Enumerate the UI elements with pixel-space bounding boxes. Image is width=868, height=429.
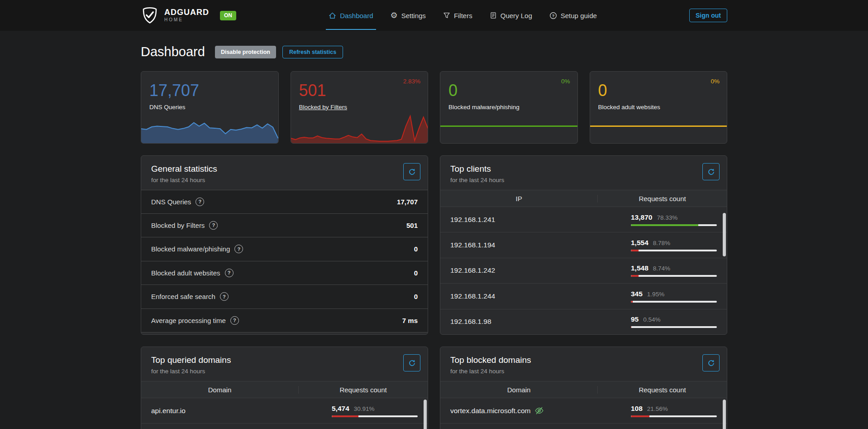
progress-bar <box>631 415 717 417</box>
top-blocked-header: Top blocked domains for the last 24 hour… <box>440 347 727 381</box>
request-percent: 0.54% <box>643 316 660 323</box>
table-row: 192.168.1.24113,87078.33% <box>440 207 727 232</box>
request-count: 1,548 <box>631 264 649 272</box>
table-row <box>440 424 727 429</box>
refresh-icon <box>408 359 416 367</box>
nav-item-label: Filters <box>454 12 472 19</box>
request-count: 13,870 <box>631 213 652 222</box>
stats-row: Average processing time?7 ms <box>141 309 428 333</box>
blocked-malware-value: 0 <box>448 82 569 100</box>
table-row: vortex.data.microsoft.com 10821.56% <box>440 398 727 424</box>
progress-bar <box>631 301 717 303</box>
refresh-button[interactable] <box>403 354 420 371</box>
stats-row-value: 501 <box>406 222 418 229</box>
request-count: 108 <box>631 405 643 413</box>
brand-subtitle: HOME <box>164 18 209 23</box>
stats-row-value: 17,707 <box>397 198 418 206</box>
blocked-filters-sparkline <box>291 111 428 143</box>
stats-row: Blocked malware/phishing?0 <box>141 237 428 261</box>
request-count: 95 <box>631 315 639 323</box>
table-header: Domain Requests count <box>141 381 428 398</box>
request-percent: 1.95% <box>647 291 664 298</box>
blocked-filters-value: 501 <box>299 82 420 100</box>
eye-off-icon[interactable] <box>534 406 544 415</box>
stats-row-value: 0 <box>414 293 418 300</box>
client-ip[interactable]: 192.168.1.241 <box>440 216 598 224</box>
refresh-button[interactable] <box>702 354 720 371</box>
stats-row-label: Average processing time <box>151 317 226 324</box>
column-header-requests: Requests count <box>598 195 727 202</box>
home-icon <box>329 12 336 19</box>
help-icon[interactable]: ? <box>225 269 234 277</box>
nav-item-label: Query Log <box>501 12 532 19</box>
request-percent: 8.74% <box>653 265 670 272</box>
nav-item-filters[interactable]: Filters <box>443 0 472 31</box>
progress-bar <box>631 326 717 328</box>
brand-title: ADGUARD <box>164 8 209 17</box>
blocked-malware-percent: 0% <box>561 78 570 85</box>
client-ip[interactable]: 192.168.1.194 <box>440 241 598 249</box>
filter-icon <box>443 12 450 19</box>
table-row: 192.168.1.2443451.95% <box>440 284 727 309</box>
stat-card-blocked-adult: 0% 0 Blocked adult websites <box>590 71 728 144</box>
dns-queries-value: 17,707 <box>149 82 270 100</box>
refresh-button[interactable] <box>702 163 720 180</box>
disable-protection-button[interactable]: Disable protection <box>215 46 276 58</box>
blocked-adult-label: Blocked adult websites <box>598 104 719 111</box>
table-row: api.entur.io5,47430.91% <box>141 398 428 424</box>
help-icon[interactable]: ? <box>196 198 204 206</box>
nav-item-label: Dashboard <box>340 12 373 19</box>
adguard-home-logo[interactable]: ADGUARD HOME ON <box>141 6 236 24</box>
stats-row-label: Blocked adult websites <box>151 269 220 277</box>
stats-row: Blocked by Filters?501 <box>141 214 428 238</box>
progress-bar <box>631 250 717 251</box>
request-count: 5,474 <box>332 405 349 413</box>
progress-bar <box>631 224 717 226</box>
blocked-filters-link[interactable]: Blocked by Filters <box>299 104 348 111</box>
nav-item-dashboard[interactable]: Dashboard <box>329 0 373 31</box>
progress-bar <box>631 275 717 277</box>
scrollbar-track <box>424 399 427 429</box>
top-clients-panel: Top clients for the last 24 hours IP Req… <box>440 155 727 335</box>
general-statistics-header: General statistics for the last 24 hours <box>141 156 428 190</box>
client-ip[interactable]: 192.168.1.242 <box>440 266 598 275</box>
client-ip[interactable]: 192.168.1.98 <box>440 318 598 326</box>
sign-out-button[interactable]: Sign out <box>689 9 727 22</box>
scrollbar-track <box>723 399 726 429</box>
scrollbar-thumb[interactable] <box>424 400 427 429</box>
domain-name[interactable]: vortex.data.microsoft.com <box>450 407 530 415</box>
top-navbar: ADGUARD HOME ON Dashboard ⚙ Settings Fil… <box>0 0 868 31</box>
panel-subtitle: for the last 24 hours <box>151 177 418 183</box>
general-statistics-panel: General statistics for the last 24 hours… <box>141 155 428 335</box>
scrollbar-thumb[interactable] <box>723 400 726 429</box>
help-icon[interactable]: ? <box>220 292 229 301</box>
domain-name[interactable]: api.entur.io <box>141 407 299 415</box>
main-content: Dashboard Disable protection Refresh sta… <box>141 44 727 429</box>
panel-subtitle: for the last 24 hours <box>450 177 717 183</box>
progress-bar <box>332 415 418 417</box>
help-icon[interactable]: ? <box>209 221 218 230</box>
column-header-ip: IP <box>440 195 598 202</box>
nav-item-settings[interactable]: ⚙ Settings <box>391 0 426 31</box>
stats-row-label: Blocked malware/phishing <box>151 245 230 253</box>
nav-item-query-log[interactable]: Query Log <box>490 0 532 31</box>
stats-row-label: Enforced safe search <box>151 293 215 300</box>
top-queried-table: api.entur.io5,47430.91% <box>141 398 428 429</box>
blocked-filters-label: Blocked by Filters <box>299 104 420 111</box>
stats-row: Enforced safe search?0 <box>141 285 428 309</box>
nav-item-setup-guide[interactable]: ? Setup guide <box>549 0 597 31</box>
dns-queries-sparkline <box>141 111 278 143</box>
panel-title: General statistics <box>151 164 418 174</box>
scrollbar-thumb[interactable] <box>723 213 726 256</box>
blocked-adult-percent: 0% <box>711 78 720 85</box>
stats-row-label: Blocked by Filters <box>151 222 205 229</box>
column-header-domain: Domain <box>141 386 299 394</box>
shield-check-icon <box>141 6 159 24</box>
refresh-statistics-button[interactable]: Refresh statistics <box>282 46 343 58</box>
help-icon[interactable]: ? <box>234 245 243 253</box>
client-ip[interactable]: 192.168.1.244 <box>440 292 598 300</box>
middle-panels-row: General statistics for the last 24 hours… <box>141 155 727 335</box>
top-clients-header: Top clients for the last 24 hours <box>440 156 727 190</box>
help-icon[interactable]: ? <box>230 316 239 325</box>
refresh-button[interactable] <box>403 163 420 180</box>
